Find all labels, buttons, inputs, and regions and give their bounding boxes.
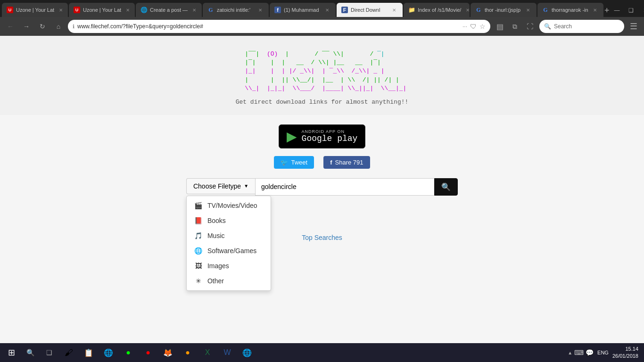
browser-search-input[interactable]: Search bbox=[554, 23, 619, 30]
tv-icon: 🎬 bbox=[194, 202, 203, 209]
tagline: Get direct download links for almost any… bbox=[9, 99, 635, 106]
tab-5[interactable]: f (1) Muhammad ✕ bbox=[270, 3, 336, 17]
tab-9[interactable]: G thorragnarok -in ✕ bbox=[537, 3, 603, 17]
dropdown-label-books: Books bbox=[207, 217, 226, 224]
dropdown-item-software[interactable]: 🌐 Software/Games bbox=[187, 243, 271, 258]
tab-close-9[interactable]: ✕ bbox=[591, 6, 599, 14]
home-button[interactable]: ⌂ bbox=[52, 20, 65, 33]
more-options-icon: ··· bbox=[462, 23, 467, 30]
forward-button[interactable]: → bbox=[20, 20, 33, 33]
choose-filetype-button[interactable]: Choose Filetype ▼ bbox=[186, 178, 255, 194]
music-icon: 🎵 bbox=[194, 232, 203, 239]
top-searches-link[interactable]: Top Searches bbox=[302, 234, 342, 241]
tab-close-6[interactable]: ✕ bbox=[390, 6, 398, 14]
tab-label-8: thor -inurl:(jsp|p bbox=[485, 7, 520, 13]
tab-2[interactable]: U Uzone | Your Lat ✕ bbox=[69, 3, 135, 17]
taskbar-app-ie[interactable]: 🌐 bbox=[99, 344, 118, 361]
dropdown-item-other[interactable]: ✳ Other bbox=[187, 273, 271, 288]
hamburger-menu-icon[interactable]: ☰ bbox=[627, 20, 640, 33]
taskbar-app-6[interactable]: ● bbox=[119, 344, 138, 361]
tab-favicon-4: G bbox=[207, 7, 214, 13]
system-tray: ▲ ⌨ 💬 bbox=[568, 349, 594, 356]
google-play-label: Google play bbox=[302, 134, 358, 143]
tab-close-2[interactable]: ✕ bbox=[124, 6, 132, 14]
dropdown-item-music[interactable]: 🎵 Music bbox=[187, 228, 271, 243]
taskbar-app-firefox[interactable]: 🦊 bbox=[158, 344, 177, 361]
search-input[interactable] bbox=[255, 178, 434, 196]
browser-search-bar[interactable]: 🔍 Search bbox=[539, 20, 624, 33]
tab-3[interactable]: 🌐 Create a post — ✕ bbox=[136, 3, 202, 17]
filetype-dropdown-container: Choose Filetype ▼ 🎬 TV/Movies/Video 📕 Bo… bbox=[186, 178, 255, 196]
tab-7[interactable]: 📁 Index of /s1/Movie/ ✕ bbox=[404, 3, 470, 17]
tab-6[interactable]: F Direct Downl ✕ bbox=[337, 3, 403, 17]
tab-favicon-6: F bbox=[341, 7, 348, 13]
taskbar-task-view[interactable]: ❑ bbox=[40, 344, 58, 361]
taskbar-app-9[interactable]: ● bbox=[178, 344, 197, 361]
taskbar-app-paint[interactable]: 🖌 bbox=[59, 344, 78, 361]
taskbar-app-word[interactable]: W bbox=[218, 344, 237, 361]
hero-section: |‾‾| (O) | / ‾‾ \\| / ‾| |‾| | | __ / \\… bbox=[0, 36, 644, 115]
dropdown-item-books[interactable]: 📕 Books bbox=[187, 213, 271, 228]
google-play-icon: ▶ bbox=[287, 129, 297, 144]
tab-favicon-7: 📁 bbox=[408, 7, 415, 13]
tab-close-3[interactable]: ✕ bbox=[190, 6, 198, 14]
start-button[interactable]: ⊞ bbox=[2, 344, 21, 361]
taskbar-search-button[interactable]: 🔍 bbox=[22, 344, 39, 361]
chevron-down-icon: ▼ bbox=[244, 183, 248, 189]
dropdown-item-tv[interactable]: 🎬 TV/Movies/Video bbox=[187, 198, 271, 213]
ascii-art-logo: |‾‾| (O) | / ‾‾ \\| / ‾| |‾| | | __ / \\… bbox=[238, 50, 407, 93]
sidebar-icon[interactable]: ⧉ bbox=[508, 20, 521, 33]
tab-close-1[interactable]: ✕ bbox=[57, 6, 65, 14]
lock-icon: ℹ bbox=[73, 24, 74, 30]
tab-favicon-9: G bbox=[542, 7, 549, 13]
back-button[interactable]: ← bbox=[4, 20, 17, 33]
taskbar-right: ▲ ⌨ 💬 ENG 15.14 26/01/2018 bbox=[568, 346, 642, 360]
tab-close-8[interactable]: ✕ bbox=[524, 6, 532, 14]
tab-close-5[interactable]: ✕ bbox=[323, 6, 331, 14]
tab-4[interactable]: G zatoichi intitle:' ✕ bbox=[203, 3, 269, 17]
filetype-label: Choose Filetype bbox=[193, 182, 241, 190]
tab-close-4[interactable]: ✕ bbox=[256, 6, 264, 14]
pocket-icon[interactable]: 🛡 bbox=[470, 23, 477, 30]
fullscreen-icon[interactable]: ⛶ bbox=[523, 20, 537, 33]
top-searches-section: Top Searches bbox=[302, 233, 342, 242]
address-bar[interactable]: ℹ www.filechef.com/?fileType=&query=gold… bbox=[68, 20, 490, 33]
google-play-badge[interactable]: ▶ ANDROID APP ON Google play bbox=[279, 124, 366, 148]
software-icon: 🌐 bbox=[194, 247, 203, 255]
tab-favicon-2: U bbox=[74, 7, 80, 13]
tab-8[interactable]: G thor -inurl:(jsp|p ✕ bbox=[471, 3, 537, 17]
search-submit-icon: 🔍 bbox=[441, 182, 451, 191]
new-tab-button[interactable]: + bbox=[604, 4, 610, 17]
dropdown-item-images[interactable]: 🖼 Images bbox=[187, 258, 271, 273]
close-button[interactable]: ✕ bbox=[639, 4, 644, 17]
tweet-button[interactable]: 🐦 Tweet bbox=[274, 156, 314, 169]
bookmark-icon[interactable]: ☆ bbox=[479, 23, 486, 30]
taskbar-app-excel[interactable]: X bbox=[198, 344, 217, 361]
reload-button[interactable]: ↻ bbox=[36, 20, 49, 33]
dropdown-label-other: Other bbox=[207, 277, 224, 285]
taskbar-app-7[interactable]: ● bbox=[139, 344, 157, 361]
facebook-icon: f bbox=[330, 159, 332, 166]
facebook-share-button[interactable]: f Share 791 bbox=[323, 156, 370, 169]
taskbar-app-12[interactable]: 🌐 bbox=[238, 344, 256, 361]
filetype-dropdown-menu: 🎬 TV/Movies/Video 📕 Books 🎵 Music 🌐 Soft… bbox=[186, 196, 271, 291]
tab-1[interactable]: U Uzone | Your Lat ✕ bbox=[2, 3, 68, 17]
page-content: |‾‾| (O) | / ‾‾ \\| / ‾| |‾| | | __ / \\… bbox=[0, 36, 644, 361]
tab-label-7: Index of /s1/Movie/ bbox=[418, 7, 461, 13]
taskbar-app-actioncenter[interactable]: 📋 bbox=[79, 344, 98, 361]
taskbar: ⊞ 🔍 ❑ 🖌 📋 🌐 ● ● 🦊 ● X W 🌐 ▲ ⌨ 💬 ENG 15.1… bbox=[0, 343, 644, 361]
maximize-button[interactable]: ❑ bbox=[625, 4, 638, 17]
tab-close-7[interactable]: ✕ bbox=[464, 6, 470, 14]
social-buttons: 🐦 Tweet f Share 791 bbox=[274, 156, 370, 169]
tray-expand-icon[interactable]: ▲ bbox=[568, 350, 572, 355]
dropdown-label-tv: TV/Movies/Video bbox=[207, 202, 257, 209]
clock-date: 26/01/2018 bbox=[612, 353, 638, 360]
minimize-button[interactable]: — bbox=[611, 4, 624, 17]
search-submit-button[interactable]: 🔍 bbox=[434, 178, 458, 196]
twitter-icon: 🐦 bbox=[281, 159, 288, 166]
tab-label-1: Uzone | Your Lat bbox=[16, 7, 54, 13]
tab-label-2: Uzone | Your Lat bbox=[83, 7, 121, 13]
taskbar-apps: 🖌 📋 🌐 ● ● 🦊 ● X W 🌐 bbox=[59, 344, 567, 361]
library-icon[interactable]: ▤ bbox=[493, 20, 506, 33]
taskbar-clock: 15.14 26/01/2018 bbox=[612, 346, 638, 360]
